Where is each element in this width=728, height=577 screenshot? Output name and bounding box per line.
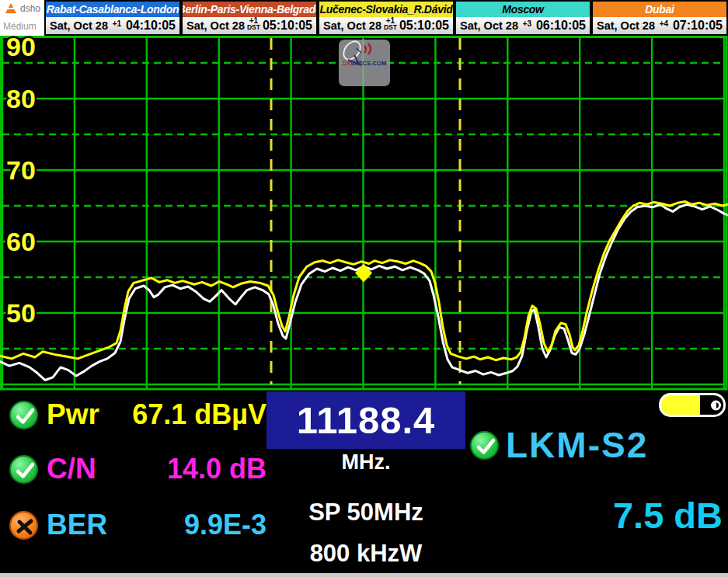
clock-time-row: Sat, Oct 28 +3 06:10:05	[456, 17, 590, 34]
clock-city-label: Dubai	[645, 3, 674, 16]
clock-city-header: Dubai	[593, 2, 726, 17]
y-axis-tick-label: 60	[6, 227, 36, 256]
clock-date: Sat, Oct 28	[186, 19, 245, 32]
clock-panel[interactable]: Lučenec-Slovakia_R.Dávid Sat, Oct 28 +1 …	[318, 0, 455, 36]
clock-city-label: Lučenec-Slovakia_R.Dávid	[320, 3, 453, 16]
frequency-value: 11188.4	[297, 398, 436, 442]
clock-time-row: Sat, Oct 28 +4 07:10:05	[593, 17, 726, 34]
clock-city-header: Berlin-Paris-Vienna-Belgrade	[183, 2, 316, 17]
ber-x-icon	[9, 511, 38, 540]
clock-utc-offset: +1 DST	[384, 18, 397, 30]
clock-city-header: Moscow	[456, 2, 590, 17]
pwr-check-icon	[9, 401, 38, 429]
clock-panel[interactable]: Berlin-Paris-Vienna-Belgrade Sat, Oct 28…	[181, 0, 318, 36]
clock-panel[interactable]: Dubai Sat, Oct 28 +4 07:10:05	[591, 0, 728, 36]
clock-city-label: Moscow	[502, 3, 543, 16]
clock-utc-offset: +1 DST	[247, 18, 260, 30]
clock-dst-flag: DST	[247, 25, 260, 30]
clock-time-row: Sat, Oct 28 +1 DST 05:10:05	[319, 17, 453, 34]
y-axis-tick-label: 80	[6, 84, 36, 113]
ber-value: 9.9E-3	[109, 509, 266, 541]
signal-meter-screen: dsho Médium Rabat-Casablanca-London Sat,…	[0, 0, 728, 577]
clock-panel[interactable]: Rabat-Casablanca-London Sat, Oct 28 +1 0…	[44, 0, 181, 36]
clock-city-label: Rabat-Casablanca-London	[47, 3, 179, 16]
clock-time: 07:10:05	[673, 19, 723, 33]
clock-city-header: Rabat-Casablanca-London	[46, 2, 179, 17]
pwr-label: Pwr	[47, 398, 99, 431]
clock-time: 05:10:05	[399, 19, 449, 33]
y-axis-tick-label: 70	[6, 155, 36, 185]
clock-date: Sat, Oct 28	[597, 19, 655, 32]
clock-utc-offset: +4	[660, 21, 668, 28]
dxsatcs-watermark: DXSATCS.COM	[339, 40, 390, 86]
clock-time-row: Sat, Oct 28 +1 04:10:05	[46, 17, 179, 34]
vlc-cone-icon	[5, 3, 16, 13]
cn-check-icon	[9, 455, 38, 484]
world-clock-bar: dsho Médium Rabat-Casablanca-London Sat,…	[0, 0, 728, 36]
clock-time: 04:10:05	[126, 19, 176, 33]
media-label: Médium	[3, 21, 37, 32]
clock-time: 06:10:05	[536, 19, 586, 33]
clock-city-header: Lučenec-Slovakia_R.Dávid	[319, 2, 453, 17]
ber-label: BER	[47, 509, 107, 541]
standard-check-icon	[470, 431, 499, 460]
frequency-unit: MHz.	[266, 450, 465, 474]
frequency-display: 11188.4	[266, 391, 465, 449]
measurement-panel: Pwr 67.1 dBµV C/N 14.0 dB BER 9.9E-3 111…	[0, 391, 728, 573]
span-setting: SP 50MHz	[266, 499, 465, 527]
clock-utc-offset: +3	[523, 21, 531, 28]
cn-value: 14.0 dB	[109, 453, 266, 485]
y-axis-tick-label: 90	[6, 36, 36, 61]
clock-date: Sat, Oct 28	[460, 19, 518, 32]
y-axis-tick-label: 50	[6, 298, 36, 328]
clock-time-row: Sat, Oct 28 +1 DST 05:10:05	[183, 17, 316, 34]
bandwidth-setting: 800 kHzW	[266, 540, 465, 568]
clock-dst-flag: DST	[384, 25, 397, 30]
spectrum-plot: 9080706050	[0, 36, 728, 391]
spectrum-chart: 9080706050 DXSATCS.COM	[0, 36, 728, 391]
battery-icon	[659, 393, 726, 417]
bottom-border-strip	[0, 573, 728, 577]
clock-panels: Rabat-Casablanca-London Sat, Oct 28 +1 0…	[44, 0, 728, 36]
cn-label: C/N	[47, 453, 96, 485]
app-title: dsho	[20, 3, 40, 14]
clock-city-label: Berlin-Paris-Vienna-Belgrade	[183, 3, 316, 16]
clock-time: 05:10:05	[263, 19, 312, 33]
satellite-dish-icon	[339, 40, 373, 68]
clock-date: Sat, Oct 28	[50, 19, 108, 32]
clock-utc-offset: +1	[113, 21, 121, 28]
pwr-value: 67.1 dBµV	[109, 398, 266, 431]
modulation-standard: LKM-S2	[506, 424, 648, 466]
media-player-corner: dsho Médium	[0, 0, 44, 36]
clock-panel[interactable]: Moscow Sat, Oct 28 +3 06:10:05	[455, 0, 591, 36]
link-margin-value: 7.5 dB	[536, 494, 723, 537]
clock-date: Sat, Oct 28	[323, 19, 381, 32]
